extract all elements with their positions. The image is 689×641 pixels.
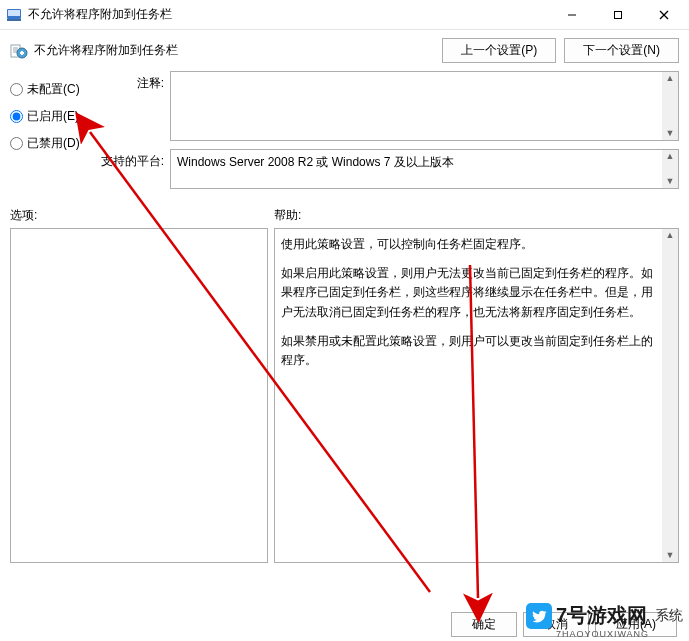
policy-name: 不允许将程序附加到任务栏	[34, 42, 442, 59]
comment-text	[171, 72, 678, 140]
policy-icon	[10, 42, 28, 60]
maximize-button[interactable]	[595, 0, 641, 30]
radio-not-configured-label: 未配置(C)	[27, 81, 80, 98]
dialog-buttons: 确定 取消 应用(A)	[451, 612, 677, 637]
comment-label: 注释:	[100, 71, 170, 92]
supported-platform-box: Windows Server 2008 R2 或 Windows 7 及以上版本…	[170, 149, 679, 189]
supported-platform-text: Windows Server 2008 R2 或 Windows 7 及以上版本	[171, 150, 678, 188]
radio-enabled[interactable]: 已启用(E)	[10, 108, 100, 125]
help-label: 帮助:	[274, 207, 679, 224]
window-controls	[549, 0, 687, 30]
radio-enabled-label: 已启用(E)	[27, 108, 79, 125]
radio-enabled-input[interactable]	[10, 110, 23, 123]
cancel-button[interactable]: 取消	[523, 612, 589, 637]
close-button[interactable]	[641, 0, 687, 30]
options-panel	[10, 228, 268, 563]
svg-rect-2	[7, 19, 21, 21]
app-icon	[6, 7, 22, 23]
prev-setting-button[interactable]: 上一个设置(P)	[442, 38, 556, 63]
svg-rect-4	[615, 11, 622, 18]
help-p3: 如果禁用或未配置此策略设置，则用户可以更改当前固定到任务栏上的程序。	[281, 332, 658, 370]
setting-header: 不允许将程序附加到任务栏 上一个设置(P) 下一个设置(N)	[0, 30, 689, 67]
minimize-button[interactable]	[549, 0, 595, 30]
radio-disabled-input[interactable]	[10, 137, 23, 150]
help-p1: 使用此策略设置，可以控制向任务栏固定程序。	[281, 235, 658, 254]
options-label: 选项:	[10, 207, 274, 224]
svg-rect-13	[20, 52, 24, 54]
help-scrollbar[interactable]: ▲▼	[662, 229, 678, 562]
ok-button[interactable]: 确定	[451, 612, 517, 637]
radio-not-configured-input[interactable]	[10, 83, 23, 96]
next-setting-button[interactable]: 下一个设置(N)	[564, 38, 679, 63]
comment-scrollbar[interactable]: ▲▼	[662, 72, 678, 140]
radio-disabled[interactable]: 已禁用(D)	[10, 135, 100, 152]
title-bar: 不允许将程序附加到任务栏	[0, 0, 689, 30]
svg-rect-1	[8, 10, 20, 16]
supported-platform-label: 支持的平台:	[100, 149, 170, 170]
radio-disabled-label: 已禁用(D)	[27, 135, 80, 152]
state-radio-group: 未配置(C) 已启用(E) 已禁用(D)	[10, 71, 100, 189]
comment-box[interactable]: ▲▼	[170, 71, 679, 141]
help-panel: 使用此策略设置，可以控制向任务栏固定程序。 如果启用此策略设置，则用户无法更改当…	[274, 228, 679, 563]
apply-button[interactable]: 应用(A)	[595, 612, 677, 637]
help-p2: 如果启用此策略设置，则用户无法更改当前已固定到任务栏的程序。如果程序已固定到任务…	[281, 264, 658, 322]
window-title: 不允许将程序附加到任务栏	[28, 6, 549, 23]
platform-scrollbar[interactable]: ▲▼	[662, 150, 678, 188]
radio-not-configured[interactable]: 未配置(C)	[10, 81, 100, 98]
